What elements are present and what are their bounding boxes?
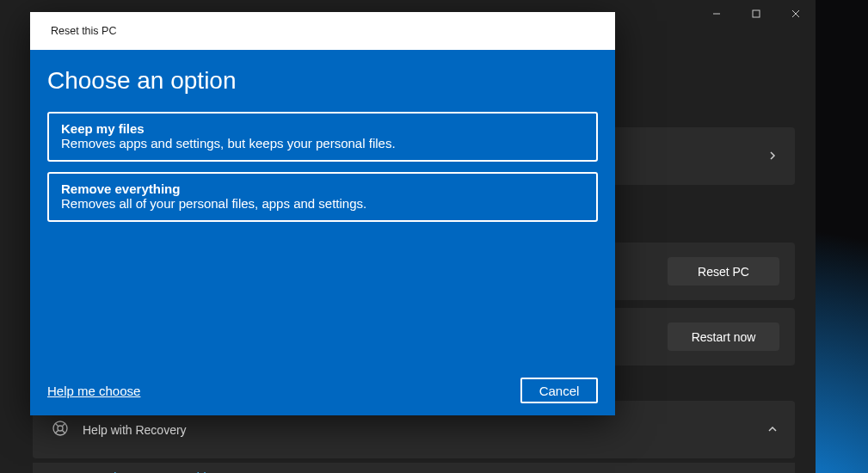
close-button[interactable] xyxy=(776,0,816,28)
dialog-footer: Help me choose Cancel xyxy=(47,378,598,403)
window-controls xyxy=(697,0,816,28)
chevron-up-icon xyxy=(767,423,778,437)
restart-now-button[interactable]: Restart now xyxy=(668,322,779,351)
help-icon xyxy=(52,420,69,439)
help-sublink-row[interactable]: Creating a recovery drive xyxy=(33,463,795,473)
option-title: Remove everything xyxy=(61,181,584,196)
svg-line-7 xyxy=(62,423,65,427)
chevron-right-icon xyxy=(767,150,778,163)
option-remove-everything[interactable]: Remove everything Removes all of your pe… xyxy=(47,172,598,222)
reset-pc-dialog: Reset this PC Choose an option Keep my f… xyxy=(30,12,615,415)
option-desc: Removes apps and settings, but keeps you… xyxy=(61,136,584,150)
svg-line-9 xyxy=(62,430,65,433)
option-keep-my-files[interactable]: Keep my files Removes apps and settings,… xyxy=(47,112,598,162)
svg-rect-1 xyxy=(753,10,760,17)
maximize-button[interactable] xyxy=(736,0,776,28)
dialog-titlebar: Reset this PC xyxy=(30,12,615,50)
dialog-title-text: Reset this PC xyxy=(51,25,116,37)
help-row-label: Help with Recovery xyxy=(83,423,187,437)
svg-line-8 xyxy=(55,430,58,433)
option-desc: Removes all of your personal files, apps… xyxy=(61,196,584,211)
dialog-heading: Choose an option xyxy=(47,67,598,95)
svg-point-5 xyxy=(58,426,63,431)
reset-pc-button[interactable]: Reset PC xyxy=(668,257,779,286)
option-title: Keep my files xyxy=(61,121,584,136)
dialog-body: Choose an option Keep my files Removes a… xyxy=(30,50,615,415)
svg-line-6 xyxy=(55,423,58,427)
desktop: Reset PC Restart now xyxy=(0,0,868,473)
cancel-button[interactable]: Cancel xyxy=(520,378,598,403)
help-me-choose-link[interactable]: Help me choose xyxy=(47,384,140,398)
minimize-button[interactable] xyxy=(697,0,736,28)
